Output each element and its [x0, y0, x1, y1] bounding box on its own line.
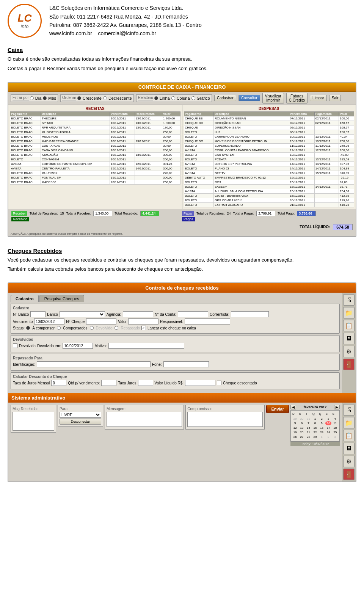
order-crescente-radio[interactable] — [77, 96, 81, 100]
cal-day[interactable]: 5 — [292, 421, 298, 425]
cal-day[interactable]: 22 — [312, 430, 318, 434]
adm-sidebar-folder-btn[interactable]: 📁 — [343, 417, 355, 428]
vencimento-input[interactable] — [34, 318, 64, 325]
adm-sidebar-monitor-btn[interactable]: 🖥 — [343, 443, 355, 454]
agencia-input[interactable] — [123, 311, 153, 317]
order-decrescente-radio[interactable] — [103, 96, 107, 100]
sidebar-monitor-btn[interactable]: 🖥 — [343, 333, 355, 344]
cal-day[interactable]: 4 — [332, 417, 338, 421]
adm-desconectar-button[interactable]: Desconectar — [60, 419, 101, 425]
total-pago-label: Total Pago: — [278, 212, 295, 215]
caixa-para2: Contas a pagar e Receber várias formas d… — [8, 65, 356, 73]
cal-day[interactable]: 1 — [312, 417, 318, 421]
chq-cadastro-label: Cadastro — [13, 306, 337, 310]
filter-dia-radio[interactable] — [30, 96, 34, 100]
cal-day[interactable]: 13 — [299, 426, 305, 430]
cal-day[interactable]: 26 — [292, 435, 298, 439]
cal-day[interactable]: 28 — [305, 435, 312, 439]
cal-day[interactable]: 9 — [318, 421, 325, 425]
cal-day[interactable]: 15 — [312, 426, 318, 430]
cal-day[interactable]: 1 — [318, 435, 325, 439]
cal-day[interactable]: 6 — [299, 421, 305, 425]
adm-msg-recebida-box[interactable] — [13, 412, 54, 431]
taxa-input[interactable] — [51, 380, 66, 386]
adm-para-select[interactable]: LIVRE — [60, 412, 101, 418]
status-repassado-radio[interactable] — [115, 326, 118, 330]
adm-compromisso-textarea[interactable] — [187, 412, 263, 427]
cal-day[interactable]: 17 — [325, 426, 332, 430]
tab-pesquisa[interactable]: Pesquisa Cheques — [39, 295, 84, 302]
adm-sidebar-clipboard-btn[interactable]: 📋 — [343, 430, 355, 441]
valor-liquido-input[interactable] — [185, 380, 215, 386]
sidebar-print-btn[interactable]: 🖨 — [343, 294, 355, 306]
n-conta-input[interactable] — [178, 311, 208, 317]
cal-day[interactable]: 30 — [299, 417, 305, 421]
faturas-button[interactable]: FaturasC.Crédito — [286, 93, 308, 103]
lancar-checkbox[interactable] — [141, 326, 146, 330]
correntista-input[interactable] — [231, 311, 269, 317]
sidebar-clipboard-btn[interactable]: 📋 — [343, 320, 355, 331]
cal-day[interactable]: 2 — [318, 417, 325, 421]
devolvido-em-input[interactable] — [63, 343, 93, 349]
responsavel-input[interactable] — [185, 318, 230, 325]
valor-input[interactable] — [128, 318, 158, 325]
sidebar-exit-btn[interactable]: 🚪 — [343, 359, 355, 370]
cal-day[interactable]: 3 — [325, 417, 332, 421]
cal-day[interactable]: 24 — [325, 430, 332, 434]
website-link[interactable]: www.lcinfo.com.br — [49, 30, 92, 36]
cal-day[interactable]: 14 — [305, 426, 312, 430]
status-compensados-radio[interactable] — [57, 326, 61, 330]
devolvido-checkbox[interactable] — [13, 343, 17, 348]
motivo-input[interactable] — [108, 343, 184, 349]
banco-select[interactable] — [60, 311, 105, 317]
cal-day[interactable]: 16 — [318, 426, 325, 430]
consultar-button[interactable]: Consultar — [238, 95, 260, 101]
limpar-button[interactable]: Limpar — [310, 95, 327, 101]
n-banco-input[interactable] — [30, 311, 46, 317]
status-compensar-radio[interactable] — [26, 326, 30, 330]
cal-day[interactable]: 21 — [305, 430, 312, 434]
status-devolvido-radio[interactable] — [90, 326, 94, 330]
tab-cadastro[interactable]: Cadastro — [11, 295, 39, 302]
cadastrar-button[interactable]: Cadastrar — [214, 95, 236, 101]
cal-day[interactable]: 23 — [318, 430, 325, 434]
cal-day[interactable]: 20 — [299, 430, 305, 434]
cal-day[interactable]: 11 — [332, 421, 338, 425]
visualizar-button[interactable]: VisualizarImprimir — [262, 93, 284, 103]
sidebar-gear-btn[interactable]: ⚙ — [343, 346, 355, 357]
cal-day[interactable]: 31 — [305, 417, 312, 421]
email-link[interactable]: comercial@lcinfo.com.br — [98, 30, 156, 36]
adm-enviar-button[interactable]: Enviar — [266, 405, 289, 413]
filter-mes-radio[interactable] — [43, 96, 47, 100]
cal-day[interactable]: 27 — [299, 435, 305, 439]
chq-banco-row: N° Banco Banco Agência: N° da Conta: Cor… — [13, 311, 337, 317]
rel-linha-radio[interactable] — [154, 96, 158, 100]
cal-day[interactable]: 2 — [325, 435, 332, 439]
cal-day[interactable]: 10 — [325, 421, 332, 425]
rel-grafico-radio[interactable] — [191, 96, 195, 100]
cal-day[interactable]: 18 — [332, 426, 338, 430]
fone-input[interactable] — [163, 361, 209, 367]
sair-button[interactable]: Sair — [329, 95, 341, 101]
adm-sidebar-print-btn[interactable]: 🖨 — [343, 404, 355, 415]
n-cheque-input[interactable] — [86, 318, 116, 325]
cal-day[interactable]: 19 — [292, 430, 298, 434]
adm-sidebar-exit-btn[interactable]: 🚪 — [343, 469, 355, 480]
cal-next-button[interactable]: ▶ — [334, 405, 340, 409]
identificacao-input[interactable] — [37, 361, 151, 367]
cheque-descontado-checkbox[interactable] — [217, 381, 221, 385]
rel-coluna-radio[interactable] — [171, 96, 175, 100]
adm-sidebar-gear-btn[interactable]: ⚙ — [343, 456, 355, 467]
taxa-juros-input[interactable] — [138, 380, 153, 386]
qtd-vencimento-input[interactable] — [101, 380, 116, 386]
cal-day[interactable]: 8 — [312, 421, 318, 425]
cal-day[interactable]: 12 — [292, 426, 298, 430]
cal-prev-button[interactable]: ◀ — [290, 405, 296, 409]
cal-day[interactable]: 7 — [305, 421, 312, 425]
cal-day[interactable]: 29 — [292, 417, 298, 421]
cal-day[interactable]: 29 — [312, 435, 318, 439]
sidebar-folder-btn[interactable]: 📁 — [343, 307, 355, 318]
cal-day[interactable]: 25 — [332, 430, 338, 434]
cal-day[interactable]: 3 — [332, 435, 338, 439]
adm-mensagem-textarea[interactable] — [107, 412, 182, 427]
